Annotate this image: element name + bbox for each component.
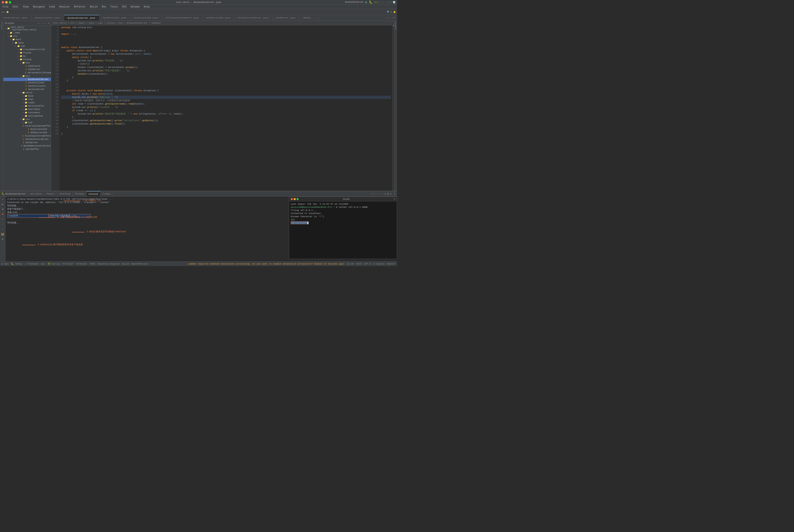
debug-restart[interactable]: ↩ [1, 197, 4, 201]
tree-item-my[interactable]: ▸📁my [3, 54, 51, 58]
profiler-label[interactable]: Profiler [62, 263, 74, 265]
line-number-1: 1 [51, 26, 58, 29]
menu-view[interactable]: View [22, 5, 30, 9]
tree-item-fileinputstreamtest[interactable]: JFileInputStreamTest [3, 134, 51, 137]
tab-fileinputstreamtest[interactable]: ☕ FileInputStreamTest.java ✕ [162, 15, 203, 21]
menu-navigate[interactable]: Navigate [32, 5, 46, 9]
tree-item-internalinputbuffer[interactable]: JInternalInputBuffer [3, 124, 51, 128]
run-button[interactable]: ▶ [365, 0, 367, 4]
tab-frames[interactable]: Frames [100, 191, 113, 196]
menu-run[interactable]: Run [101, 5, 107, 9]
sequence-diagram-label[interactable]: Sequence Diagram [97, 263, 119, 265]
terminal-min[interactable] [294, 198, 296, 200]
tree-item-reconnect[interactable]: ▸📁reconnect [3, 111, 51, 114]
debug-resume[interactable]: ▶ [1, 203, 4, 206]
editor-scrollbar[interactable] [392, 25, 394, 191]
debug-watch[interactable]: 👁 [1, 237, 4, 241]
code-editor[interactable]: package com.tuling.bio;import ...;public… [59, 25, 392, 191]
terminal-body[interactable]: Last login: Tue Jan 3 11:57:47 on ttys00… [289, 202, 397, 259]
tree-item-chat[interactable]: ▸📁chat [3, 98, 51, 101]
tree-item-nioselectorserver[interactable]: JNioSelectorServer [3, 137, 51, 141]
tree-item-biosocketserver[interactable]: JBioSocketServer [3, 78, 51, 81]
tab-socketclient1[interactable]: ☕ SocketClient1.java ✕ [32, 15, 64, 21]
spring-label[interactable]: 🌿 Spring [48, 263, 60, 265]
terminal-label[interactable]: Terminal [76, 263, 87, 265]
menu-file[interactable]: File [2, 5, 10, 9]
terminal-close[interactable] [291, 198, 293, 200]
tree-item-nioserverold[interactable]: JNIOServerOld [3, 131, 51, 134]
minimize-button[interactable] [5, 1, 8, 3]
menu-tools[interactable]: Tools [110, 5, 119, 9]
tab-overhead[interactable]: Overhead [57, 191, 73, 196]
git-label[interactable]: Git [41, 263, 45, 265]
tree-item-src[interactable]: ▾📁src [3, 35, 51, 38]
menu-window[interactable]: Window [130, 5, 141, 9]
menu-build[interactable]: Build [89, 5, 98, 9]
close-button[interactable] [2, 1, 4, 3]
tree-item--idea[interactable]: ▸📁.idea [3, 31, 51, 35]
tab-nioserver[interactable]: ☕ NioServer.java ✕ [273, 15, 300, 21]
tab-socketclient[interactable]: ☕ SocketClient.java ✕ [99, 15, 131, 21]
tree-item-socketserver[interactable]: JSocketServer [3, 88, 51, 91]
tab-nioserverold[interactable]: ☕ NIOServerOld.java ✕ [203, 15, 235, 21]
tab-nioselectorserver[interactable]: ☕ NioSelectorServer.java ✕ [234, 15, 273, 21]
debug-step-out[interactable]: ↑ [1, 227, 4, 231]
tree-item-randomaccessfiletest[interactable]: JRandomAccessFileTest [3, 144, 51, 148]
debug-button[interactable]: 🐛 [369, 0, 372, 4]
tree-item-tuling[interactable]: ▾📁tuling [3, 58, 51, 61]
menu-refactor[interactable]: Refactor [73, 5, 87, 9]
maximize-button[interactable] [9, 1, 11, 3]
tree-item-nio[interactable]: ▾📁nio [3, 118, 51, 121]
tree-item-test-netty---github-test-netty[interactable]: ▾📁test_netty ~/github/test_netty [3, 26, 51, 31]
tree-item-servermultithread[interactable]: JServerMultiThread [3, 71, 51, 74]
todo-label[interactable]: TODO [89, 263, 95, 265]
tab-socketserver[interactable]: ☕ SocketServer.java ✕ [0, 15, 32, 21]
menu-analyze[interactable]: Analyze [58, 5, 71, 9]
tree-item-java[interactable]: ▾📁java [3, 41, 51, 44]
debug-stop[interactable]: ■ [1, 212, 4, 216]
tree-item-com[interactable]: ▾📁com [3, 44, 51, 48]
debug-evaluate[interactable]: 🧮 [1, 232, 4, 236]
menu-help[interactable]: Help [143, 5, 151, 9]
tree-item-socketclient[interactable]: JSocketClient [3, 81, 51, 84]
terminal-max[interactable] [297, 198, 299, 200]
tree-item-userbuffer[interactable]: JUserBuffer [3, 148, 51, 151]
tree-item-crazymakercircle[interactable]: ▸📁crazymakercircle [3, 48, 51, 51]
debug-step-into[interactable]: ↓ [1, 222, 4, 226]
tree-item-heartbeat[interactable]: ▸📁heartbeat [3, 108, 51, 111]
debug-label-status[interactable]: 🐛 Debug [11, 263, 22, 265]
tree-item-nioserver[interactable]: JNioServer [3, 141, 51, 144]
tree-item-socketclient1[interactable]: JSocketClient1 [3, 84, 51, 88]
tab-variables[interactable]: Variables [28, 191, 44, 196]
code-container[interactable]: 1234567891011121314151617181920212223242… [51, 25, 394, 191]
tree-item-main[interactable]: ▾📁main [3, 38, 51, 41]
tab-threads[interactable]: Threads [73, 191, 87, 196]
menu-vcs[interactable]: VCS [121, 5, 128, 9]
tree-item-aio[interactable]: ▾📁aio [3, 61, 51, 64]
dependencies-label[interactable]: Dependencies [131, 263, 148, 265]
run-label[interactable]: ▶ Run [2, 263, 8, 265]
tree-item-aioclient[interactable]: JAIOClient [3, 64, 51, 68]
tree-item-base[interactable]: ▸📁base [3, 94, 51, 98]
build-label[interactable]: Build [122, 263, 129, 265]
tab-nioclientold[interactable]: ☕ NioClientOld.java ✕ [131, 15, 162, 21]
tree-item-directbuffer[interactable]: ▸📁directbuffer [3, 104, 51, 108]
terminal-window[interactable]: local ⚙ Last login: Tue Jan 3 11:57:47 o… [289, 196, 397, 259]
tree-item-fujian[interactable]: ▸📁fujian [3, 51, 51, 54]
tab-console[interactable]: Console [87, 191, 100, 196]
debug-pause[interactable]: ⏸ [1, 207, 4, 211]
menu-code[interactable]: Code [48, 5, 56, 9]
tree-item-netty[interactable]: ▾📁netty [3, 91, 51, 94]
tree-item-old[interactable]: ▾📁old [3, 121, 51, 124]
problems-label[interactable]: ⚠ Problems [25, 263, 38, 265]
tree-item-nioclientold[interactable]: JNioClientOld [3, 128, 51, 131]
tab-random[interactable]: ☕ Rando... ✕ [300, 15, 319, 21]
tree-item-aioserver[interactable]: JAIOServer [3, 68, 51, 71]
menu-edit[interactable]: Edit [12, 5, 20, 9]
tree-item-bio[interactable]: ▾📁bio [3, 74, 51, 78]
debug-step-over[interactable]: ↷ [1, 217, 4, 221]
tree-item-splitpacket[interactable]: ▸📁splitpacket [3, 114, 51, 118]
tab-memory[interactable]: Memory [44, 191, 57, 196]
tab-biosocketserver[interactable]: ☕ BioSocketServer.java ✕ [64, 15, 99, 21]
tree-item-codec[interactable]: ▸📁codec [3, 101, 51, 104]
